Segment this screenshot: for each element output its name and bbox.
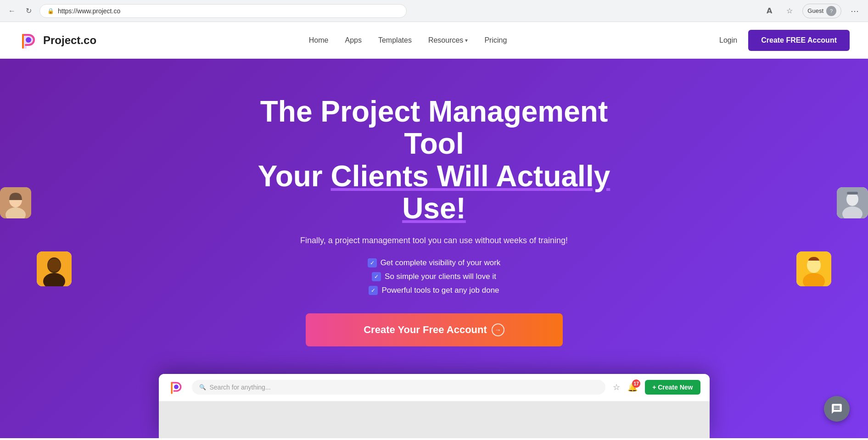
lock-icon: 🔒 <box>47 8 54 14</box>
checklist-item-2: ✓ So simple your clients will love it <box>228 272 641 281</box>
notification-badge: 17 <box>632 379 640 388</box>
nav-login[interactable]: Login <box>719 36 737 45</box>
app-preview-body <box>159 401 710 438</box>
hero-cta-label: Create Your Free Account <box>364 324 487 336</box>
checklist-text-1: Get complete visibility of your work <box>381 258 501 267</box>
hero-title-line1: The Project Management Tool <box>260 95 608 160</box>
chevron-down-icon: ▾ <box>465 37 468 44</box>
star-icon[interactable]: ☆ <box>613 382 620 392</box>
svg-rect-12 <box>847 192 858 195</box>
hero-title: The Project Management Tool Your Clients… <box>228 95 641 225</box>
check-icon-3: ✓ <box>369 286 378 295</box>
logo-area[interactable]: Project.co <box>18 30 96 50</box>
hero-title-line2-plain: Your <box>258 160 331 193</box>
url-text: https://www.project.co <box>58 7 120 15</box>
text-size-button[interactable]: 𝗔 <box>762 4 777 18</box>
avatar-right-bottom <box>796 251 831 286</box>
profile-button[interactable]: Guest ? <box>802 4 841 18</box>
hero-title-line2-underline: Clients Will Actually Use! <box>331 160 610 225</box>
app-preview-header: 🔍 Search for anything... ☆ 🔔 17 + Create… <box>159 374 710 401</box>
nav-right: Login Create FREE Account <box>719 30 850 51</box>
checklist-text-2: So simple your clients will love it <box>385 272 496 281</box>
browser-right-controls: 𝗔 ☆ Guest ? ⋯ <box>762 4 862 18</box>
profile-name: Guest <box>807 7 823 14</box>
back-button[interactable]: ← <box>6 5 18 17</box>
logo-icon <box>18 30 39 50</box>
bell-wrapper: 🔔 17 <box>627 382 638 392</box>
app-right-controls: ☆ 🔔 17 + Create New <box>613 380 700 395</box>
address-bar[interactable]: 🔒 https://www.project.co <box>39 4 407 18</box>
search-placeholder: Search for anything... <box>210 384 271 391</box>
nav-apps[interactable]: Apps <box>345 36 362 45</box>
reload-button[interactable]: ↻ <box>22 5 35 17</box>
checklist-item-1: ✓ Get complete visibility of your work <box>228 258 641 267</box>
avatar-right-top <box>837 187 868 218</box>
browser-nav-buttons: ← ↻ <box>6 5 35 17</box>
svg-point-1 <box>26 37 31 43</box>
nav-resources[interactable]: Resources ▾ <box>428 36 468 45</box>
more-menu-button[interactable]: ⋯ <box>847 4 862 18</box>
hero-content: The Project Management Tool Your Clients… <box>228 95 641 374</box>
search-icon: 🔍 <box>199 384 206 390</box>
hero-checklist: ✓ Get complete visibility of your work ✓… <box>228 258 641 295</box>
arrow-icon: → <box>492 323 504 336</box>
checklist-text-3: Powerful tools to get any job done <box>381 286 499 295</box>
nav-templates[interactable]: Templates <box>378 36 412 45</box>
check-icon-1: ✓ <box>368 258 377 267</box>
svg-point-17 <box>174 384 179 389</box>
svg-point-8 <box>48 259 61 272</box>
nav-pricing[interactable]: Pricing <box>484 36 507 45</box>
checklist-item-3: ✓ Powerful tools to get any job done <box>228 286 641 295</box>
create-new-button[interactable]: + Create New <box>645 380 700 395</box>
bookmark-button[interactable]: ☆ <box>782 4 797 18</box>
logo-text: Project.co <box>43 34 96 47</box>
nav-resources-label: Resources <box>428 36 463 45</box>
search-bar-preview[interactable]: 🔍 Search for anything... <box>192 380 606 395</box>
chat-icon <box>831 403 843 415</box>
app-preview: 🔍 Search for anything... ☆ 🔔 17 + Create… <box>159 374 710 438</box>
hero-cta-button[interactable]: Create Your Free Account → <box>306 313 563 346</box>
hero-section: The Project Management Tool Your Clients… <box>0 59 868 438</box>
nav-home[interactable]: Home <box>309 36 329 45</box>
site-header: Project.co Home Apps Templates Resources… <box>0 22 868 59</box>
avatar-left-bottom <box>37 251 72 286</box>
main-nav: Home Apps Templates Resources ▾ Pricing <box>309 36 507 45</box>
avatar: ? <box>826 6 836 16</box>
browser-chrome: ← ↻ 🔒 https://www.project.co 𝗔 ☆ Guest ?… <box>0 0 868 22</box>
app-logo-small <box>168 379 185 395</box>
create-free-account-button[interactable]: Create FREE Account <box>748 30 850 51</box>
avatar-left-top <box>0 187 31 218</box>
hero-subtitle: Finally, a project management tool you c… <box>228 236 641 245</box>
chat-button[interactable] <box>824 396 850 422</box>
check-icon-2: ✓ <box>372 272 381 281</box>
